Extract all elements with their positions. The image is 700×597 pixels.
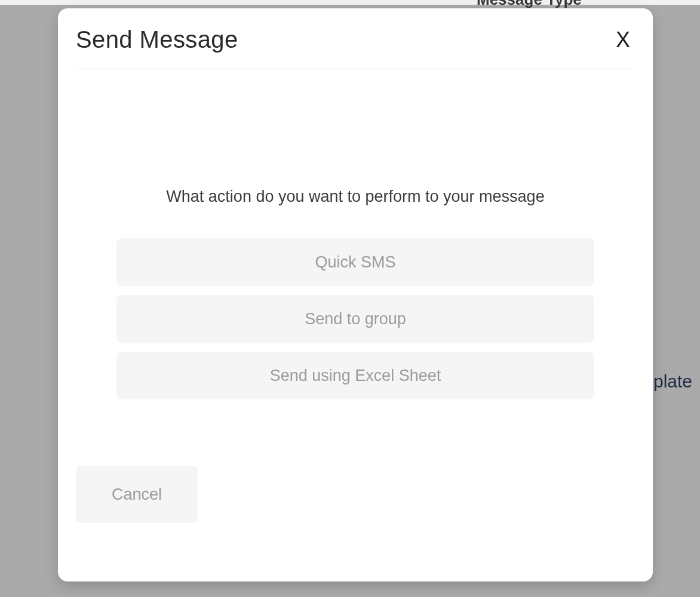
options-list: Quick SMS Send to group Send using Excel… — [116, 238, 594, 399]
modal-footer: Cancel — [76, 466, 198, 523]
background-top-strip — [0, 0, 700, 5]
background-template-label: plate — [653, 371, 692, 392]
close-icon: X — [616, 27, 630, 52]
close-button[interactable]: X — [611, 29, 635, 51]
background-header-label: Message Type — [477, 0, 582, 9]
cancel-button[interactable]: Cancel — [76, 466, 198, 523]
prompt-text: What action do you want to perform to yo… — [76, 187, 635, 206]
send-message-modal: Send Message X What action do you want t… — [58, 8, 653, 581]
modal-body: What action do you want to perform to yo… — [76, 69, 635, 399]
send-using-excel-button[interactable]: Send using Excel Sheet — [116, 352, 594, 399]
modal-title: Send Message — [76, 26, 238, 53]
send-to-group-button[interactable]: Send to group — [116, 295, 594, 343]
quick-sms-button[interactable]: Quick SMS — [116, 238, 594, 286]
modal-header: Send Message X — [76, 26, 635, 69]
